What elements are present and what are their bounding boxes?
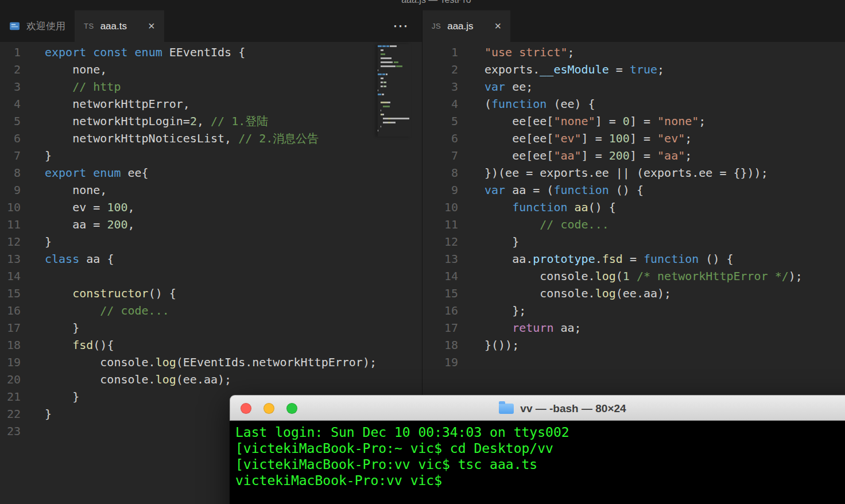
code-line[interactable]: 7 ee[ee["aa"] = 200] = "aa"; bbox=[422, 147, 845, 164]
line-number: 13 bbox=[422, 250, 458, 267]
terminal-line: Last login: Sun Dec 10 00:34:03 on ttys0… bbox=[235, 424, 845, 440]
code-line[interactable]: 11 // code... bbox=[422, 216, 845, 233]
minimap-line bbox=[378, 133, 411, 137]
code-text: networkHttpLogin=2, // 1.登陆 bbox=[21, 113, 268, 130]
code-line[interactable]: 18}()); bbox=[422, 336, 845, 354]
close-icon[interactable]: × bbox=[148, 20, 155, 33]
tab-aaa-js[interactable]: JS aaa.js × bbox=[422, 10, 510, 42]
minimap[interactable] bbox=[378, 44, 411, 137]
code-line[interactable]: 5 ee[ee["none"] = 0] = "none"; bbox=[422, 113, 845, 130]
line-number: 10 bbox=[422, 199, 458, 216]
terminal-line: victekiMacBook-Pro:vv vic$ bbox=[235, 472, 845, 489]
minimap-line bbox=[378, 113, 411, 117]
tab-welcome[interactable]: 欢迎使用 bbox=[0, 10, 75, 42]
code-line[interactable]: 8export enum ee{ bbox=[0, 164, 422, 181]
code-line[interactable]: 13class aa { bbox=[0, 250, 422, 267]
code-line[interactable]: 12} bbox=[0, 233, 422, 250]
code-line[interactable]: 10 ev = 100, bbox=[0, 199, 422, 216]
code-line[interactable]: 19 bbox=[422, 354, 845, 371]
code-text: function aa() { bbox=[458, 199, 616, 216]
tab-label: 欢迎使用 bbox=[26, 20, 65, 33]
line-number: 17 bbox=[422, 319, 458, 336]
minimap-line bbox=[378, 64, 411, 68]
terminal-titlebar[interactable]: vv — -bash — 80×24 bbox=[230, 395, 845, 421]
code-text: exports.__esModule = true; bbox=[458, 61, 664, 78]
code-line[interactable]: 15 console.log(ee.aa); bbox=[422, 285, 845, 302]
code-area-js[interactable]: 1"use strict";2exports.__esModule = true… bbox=[422, 44, 845, 371]
line-number: 3 bbox=[422, 78, 458, 95]
code-text: })(ee = exports.ee || (exports.ee = {}))… bbox=[458, 164, 768, 181]
code-line[interactable]: 2exports.__esModule = true; bbox=[422, 61, 845, 78]
minimap-line bbox=[378, 44, 411, 48]
tab-aaa-ts[interactable]: TS aaa.ts × bbox=[75, 10, 164, 42]
code-line[interactable]: 2 none, bbox=[0, 61, 422, 78]
code-line[interactable]: 20 console.log(ee.aa); bbox=[0, 371, 422, 388]
code-text: export const enum EEventIds { bbox=[21, 44, 245, 61]
code-line[interactable]: 11 aa = 200, bbox=[0, 216, 422, 233]
minimap-line bbox=[378, 88, 411, 92]
minimap-line bbox=[378, 125, 411, 129]
code-text bbox=[21, 422, 45, 440]
minimap-line bbox=[378, 80, 411, 84]
line-number: 5 bbox=[422, 113, 458, 130]
code-text: } bbox=[21, 319, 79, 336]
minimize-button[interactable] bbox=[263, 403, 274, 414]
line-number: 7 bbox=[422, 147, 458, 164]
window-titlebar: aaa.js — TestPro bbox=[0, 0, 845, 10]
code-line[interactable]: 17 return aa; bbox=[422, 319, 845, 336]
code-line[interactable]: 9 none, bbox=[0, 181, 422, 199]
code-text: console.log(EEventIds.networkHttpError); bbox=[21, 354, 377, 371]
zoom-button[interactable] bbox=[286, 403, 297, 414]
code-line[interactable]: 4(function (ee) { bbox=[422, 95, 845, 113]
minimap-line bbox=[378, 52, 411, 56]
code-line[interactable]: 16 // code... bbox=[0, 302, 422, 319]
code-text: networkHttpNoticesList, // 2.消息公告 bbox=[21, 130, 319, 147]
line-number: 13 bbox=[0, 250, 21, 267]
line-number: 8 bbox=[0, 164, 21, 181]
code-line[interactable]: 15 constructor() { bbox=[0, 285, 422, 302]
code-line[interactable]: 10 function aa() { bbox=[422, 199, 845, 216]
code-line[interactable]: 1export const enum EEventIds { bbox=[0, 44, 422, 61]
line-number: 10 bbox=[0, 199, 21, 216]
code-line[interactable]: 16 }; bbox=[422, 302, 845, 319]
code-line[interactable]: 5 networkHttpLogin=2, // 1.登陆 bbox=[0, 113, 422, 130]
code-line[interactable]: 4 networkHttpError, bbox=[0, 95, 422, 113]
minimap-line bbox=[378, 92, 411, 96]
code-line[interactable]: 6 ee[ee["ev"] = 100] = "ev"; bbox=[422, 130, 845, 147]
code-text: } bbox=[21, 405, 52, 422]
code-line[interactable]: 19 console.log(EEventIds.networkHttpErro… bbox=[0, 354, 422, 371]
code-line[interactable]: 12 } bbox=[422, 233, 845, 250]
code-text: none, bbox=[21, 181, 107, 199]
code-text: console.log(1 /* networkHttpError */); bbox=[458, 267, 803, 285]
code-text: console.log(ee.aa); bbox=[458, 285, 671, 302]
terminal-output[interactable]: Last login: Sun Dec 10 00:34:03 on ttys0… bbox=[230, 421, 845, 504]
code-line[interactable]: 3var ee; bbox=[422, 78, 845, 95]
line-number: 2 bbox=[0, 61, 21, 78]
code-line[interactable]: 14 console.log(1 /* networkHttpError */)… bbox=[422, 267, 845, 285]
line-number: 17 bbox=[0, 319, 21, 336]
code-line[interactable]: 1"use strict"; bbox=[422, 44, 845, 61]
code-line[interactable]: 8})(ee = exports.ee || (exports.ee = {})… bbox=[422, 164, 845, 181]
code-line[interactable]: 3 // http bbox=[0, 78, 422, 95]
line-number: 1 bbox=[0, 44, 21, 61]
line-number: 2 bbox=[422, 61, 458, 78]
code-area-ts[interactable]: 1export const enum EEventIds {2 none,3 /… bbox=[0, 44, 422, 440]
code-text: } bbox=[21, 388, 79, 405]
welcome-icon bbox=[9, 21, 20, 32]
code-line[interactable]: 9var aa = (function () { bbox=[422, 181, 845, 199]
code-line[interactable]: 18 fsd(){ bbox=[0, 336, 422, 354]
minimap-line bbox=[378, 76, 411, 80]
terminal-window[interactable]: vv — -bash — 80×24 Last login: Sun Dec 1… bbox=[230, 395, 845, 504]
code-text: console.log(ee.aa); bbox=[21, 371, 231, 388]
code-line[interactable]: 6 networkHttpNoticesList, // 2.消息公告 bbox=[0, 130, 422, 147]
code-text: export enum ee{ bbox=[21, 164, 149, 181]
more-actions-button[interactable]: ⋯ bbox=[393, 18, 408, 34]
code-line[interactable]: 13 aa.prototype.fsd = function () { bbox=[422, 250, 845, 267]
line-number: 11 bbox=[422, 216, 458, 233]
close-icon[interactable]: × bbox=[495, 20, 502, 33]
close-button[interactable] bbox=[241, 403, 251, 414]
code-line[interactable]: 7} bbox=[0, 147, 422, 164]
code-line[interactable]: 14 bbox=[0, 267, 422, 285]
code-line[interactable]: 17 } bbox=[0, 319, 422, 336]
minimap-line bbox=[378, 48, 411, 52]
